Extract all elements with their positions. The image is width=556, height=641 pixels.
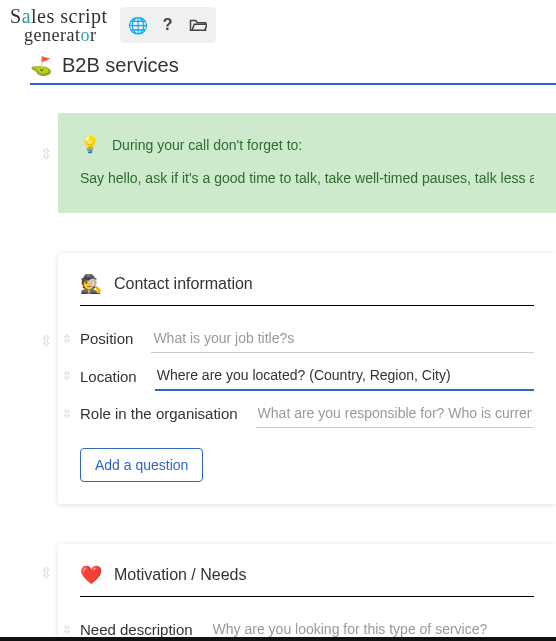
drag-handle-icon[interactable]: ⇳ <box>62 407 72 421</box>
help-icon[interactable]: ? <box>154 11 182 39</box>
topbar: Sales script generator 🌐 ? <box>0 0 556 50</box>
page-title-row: ⛳ B2B services <box>30 50 556 85</box>
field-label[interactable]: Location <box>80 368 137 385</box>
bottom-edge <box>0 637 556 641</box>
drag-handle-icon[interactable]: ⇳ <box>62 369 72 383</box>
contact-title[interactable]: Contact information <box>114 275 253 293</box>
field-label[interactable]: Role in the organisation <box>80 405 238 422</box>
logo: Sales script generator <box>10 6 108 44</box>
role-input[interactable] <box>256 399 534 428</box>
tip-card: 💡 During your call don't forget to: Say … <box>58 113 556 213</box>
field-row: ⇳ Location <box>80 357 534 395</box>
page-title[interactable]: B2B services <box>62 54 179 77</box>
drag-handle-icon[interactable]: ⇳ <box>40 332 53 350</box>
motivation-section: ❤️ Motivation / Needs ⇳ Need description… <box>58 544 556 641</box>
field-label[interactable]: Need description <box>80 621 193 638</box>
drag-handle-icon[interactable]: ⇳ <box>62 332 72 346</box>
detective-icon: 🕵️ <box>80 273 102 295</box>
drag-handle-icon[interactable]: ⇳ <box>40 564 53 582</box>
tip-body[interactable]: Say hello, ask if it's a good time to ta… <box>80 170 534 186</box>
drag-handle-icon[interactable]: ⇳ <box>62 623 72 637</box>
folder-open-icon[interactable] <box>184 11 212 39</box>
location-input[interactable] <box>155 361 534 391</box>
field-row: ⇳ Position <box>80 320 534 357</box>
motivation-title[interactable]: Motivation / Needs <box>114 566 247 584</box>
contact-section: 🕵️ Contact information ⇳ Position ⇳ Loca… <box>58 253 556 504</box>
heart-icon: ❤️ <box>80 564 102 586</box>
tip-title: During your call don't forget to: <box>112 137 302 153</box>
position-input[interactable] <box>151 324 534 353</box>
globe-icon[interactable]: 🌐 <box>124 11 152 39</box>
toolbar: 🌐 ? <box>120 7 216 43</box>
page: ⛳ B2B services ⇳ 💡 During your call don'… <box>0 50 556 641</box>
drag-handle-icon[interactable]: ⇳ <box>40 145 53 163</box>
add-question-button[interactable]: Add a question <box>80 448 203 482</box>
field-row: ⇳ Role in the organisation <box>80 395 534 432</box>
flag-hole-icon: ⛳ <box>30 55 52 77</box>
field-label[interactable]: Position <box>80 330 133 347</box>
bulb-icon: 💡 <box>80 135 100 154</box>
